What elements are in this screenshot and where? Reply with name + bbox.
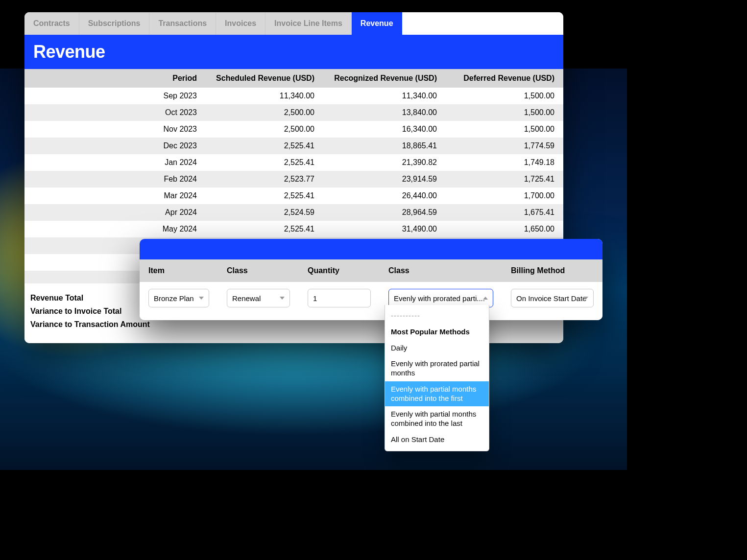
cell-scheduled: 2,524.59	[206, 204, 323, 221]
cell-period: Nov 2023	[24, 121, 206, 138]
dropdown-option[interactable]: Daily	[385, 340, 489, 356]
cell-deferred: 1,500.00	[446, 88, 563, 104]
column-header: Deferred Revenue (USD)	[446, 69, 563, 88]
table-row: Dec 20232,525.4118,865.411,774.59	[24, 138, 563, 154]
cell-recognized: 21,390.82	[323, 154, 446, 171]
table-row: Apr 20242,524.5928,964.591,675.41	[24, 204, 563, 221]
dropdown-separator: ----------	[385, 308, 489, 324]
cell-deferred: 1,500.00	[446, 121, 563, 138]
cell-recognized: 23,914.59	[323, 171, 446, 187]
cell-scheduled: 2,525.41	[206, 221, 323, 237]
cell-recognized: 28,964.59	[323, 204, 446, 221]
tab-contracts[interactable]: Contracts	[24, 12, 79, 35]
page-title: Revenue	[33, 42, 554, 62]
cell-period: Feb 2024	[24, 171, 206, 187]
cell-deferred: 1,675.41	[446, 204, 563, 221]
dropdown-option[interactable]: All on Start Date	[385, 432, 489, 448]
cell-scheduled: 2,500.00	[206, 121, 323, 138]
cell-period: Mar 2024	[24, 187, 206, 204]
dropdown-section-header: Most Popular Methods	[385, 324, 489, 340]
item-editor-titlebar	[140, 239, 602, 259]
table-row: Mar 20242,525.4126,440.001,700.00	[24, 187, 563, 204]
table-row: May 20242,525.4131,490.001,650.00	[24, 221, 563, 237]
quantity-input[interactable]: 1	[308, 289, 371, 307]
table-row: Oct 20232,500.0013,840.001,500.00	[24, 104, 563, 121]
dropdown-option[interactable]: Evenly with prorated partial months	[385, 356, 489, 381]
cell-deferred: 1,500.00	[446, 104, 563, 121]
column-header: Scheduled Revenue (USD)	[206, 69, 323, 88]
cell-scheduled: 2,523.77	[206, 171, 323, 187]
cell-period: Oct 2023	[24, 104, 206, 121]
cell-deferred: 1,650.00	[446, 221, 563, 237]
class-select-2-dropdown: ----------Most Popular MethodsDailyEvenl…	[385, 305, 489, 451]
item-select[interactable]: Bronze Plan	[148, 289, 209, 307]
cell-recognized: 11,340.00	[323, 88, 446, 104]
col-class-header-1: Class	[218, 259, 299, 282]
column-header: Recognized Revenue (USD)	[323, 69, 446, 88]
cell-scheduled: 2,525.41	[206, 138, 323, 154]
cell-deferred: 1,774.59	[446, 138, 563, 154]
cell-recognized: 26,440.00	[323, 187, 446, 204]
class-select-1[interactable]: Renewal	[227, 289, 290, 307]
cell-scheduled: 11,340.00	[206, 88, 323, 104]
column-header: Period	[24, 69, 206, 88]
cell-deferred: 1,700.00	[446, 187, 563, 204]
cell-recognized: 16,340.00	[323, 121, 446, 138]
col-billing-header: Billing Method	[502, 259, 602, 282]
col-item-header: Item	[140, 259, 218, 282]
cell-period: Apr 2024	[24, 204, 206, 221]
table-row: Feb 20242,523.7723,914.591,725.41	[24, 171, 563, 187]
title-bar: Revenue	[24, 35, 563, 69]
table-row: Jan 20242,525.4121,390.821,749.18	[24, 154, 563, 171]
tab-transactions[interactable]: Transactions	[149, 12, 216, 35]
cell-period: May 2024	[24, 221, 206, 237]
billing-method-select[interactable]: On Invoice Start Date	[511, 289, 594, 307]
table-row: Nov 20232,500.0016,340.001,500.00	[24, 121, 563, 138]
item-editor-row: Bronze Plan Renewal 1 Evenly with prorat…	[140, 282, 602, 320]
cell-scheduled: 2,525.41	[206, 154, 323, 171]
tab-revenue[interactable]: Revenue	[352, 12, 402, 35]
cell-recognized: 13,840.00	[323, 104, 446, 121]
dropdown-option[interactable]: Evenly with partial months combined into…	[385, 406, 489, 432]
cell-period: Jan 2024	[24, 154, 206, 171]
cell-scheduled: 2,525.41	[206, 187, 323, 204]
item-editor-header: Item Class Quantity Class Billing Method	[140, 259, 602, 282]
tab-subscriptions[interactable]: Subscriptions	[79, 12, 150, 35]
dropdown-option[interactable]: Evenly with partial months combined into…	[385, 381, 489, 407]
col-quantity-header: Quantity	[299, 259, 380, 282]
cell-recognized: 18,865.41	[323, 138, 446, 154]
tab-invoices[interactable]: Invoices	[216, 12, 265, 35]
cell-period: Dec 2023	[24, 138, 206, 154]
table-row: Sep 202311,340.0011,340.001,500.00	[24, 88, 563, 104]
cell-period: Sep 2023	[24, 88, 206, 104]
tab-bar: ContractsSubscriptionsTransactionsInvoic…	[24, 12, 563, 35]
tab-invoice-line-items[interactable]: Invoice Line Items	[265, 12, 352, 35]
cell-scheduled: 2,500.00	[206, 104, 323, 121]
cell-deferred: 1,749.18	[446, 154, 563, 171]
cell-recognized: 31,490.00	[323, 221, 446, 237]
cell-deferred: 1,725.41	[446, 171, 563, 187]
item-editor-window: Item Class Quantity Class Billing Method…	[140, 239, 602, 320]
col-class-header-2: Class	[380, 259, 502, 282]
